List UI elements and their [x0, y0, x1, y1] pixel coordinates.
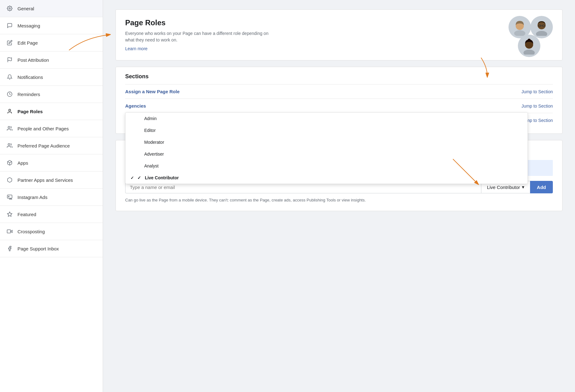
section-link-agencies[interactable]: Agencies [125, 103, 146, 109]
dropdown-item-analyst[interactable]: Analyst [125, 160, 528, 172]
svg-marker-10 [7, 212, 12, 216]
sidebar-item-partner-apps[interactable]: Partner Apps and Services [0, 172, 103, 189]
svg-point-4 [8, 126, 10, 128]
box-icon [6, 159, 13, 166]
sidebar-label-notifications: Notifications [17, 75, 43, 80]
star-icon [6, 211, 13, 218]
camera-icon [6, 194, 13, 201]
facebook-icon [6, 245, 13, 252]
sidebar-item-notifications[interactable]: Notifications [0, 69, 103, 86]
sidebar-label-edit-page: Edit Page [17, 40, 38, 46]
person-icon [6, 108, 13, 115]
people-icon [6, 125, 13, 132]
sidebar-label-general: General [17, 6, 34, 11]
jump-link-agencies[interactable]: Jump to Section [522, 104, 553, 109]
cube-icon [6, 177, 13, 183]
svg-point-8 [8, 196, 9, 197]
sidebar-label-crossposting: Crossposting [17, 229, 45, 234]
svg-point-13 [514, 30, 525, 36]
clock-icon [6, 91, 13, 98]
dropdown-check-live-contributor: ✓ [137, 175, 142, 180]
sidebar-item-featured[interactable]: Featured [0, 206, 103, 223]
section-row-agencies: Agencies Jump to Section [125, 99, 553, 113]
svg-point-5 [8, 143, 10, 145]
sidebar-label-apps: Apps [17, 160, 28, 166]
dropdown-item-moderator[interactable]: Moderator [125, 136, 528, 148]
sidebar-label-featured: Featured [17, 212, 36, 217]
svg-point-22 [528, 39, 531, 42]
gear-icon [6, 5, 13, 12]
avatar-group [500, 16, 553, 60]
sidebar-item-edit-page[interactable]: Edit Page [0, 34, 103, 51]
sidebar-item-apps[interactable]: Apps [0, 154, 103, 172]
sidebar-item-instagram-ads[interactable]: Instagram Ads [0, 189, 103, 206]
dropdown-item-admin[interactable]: Admin [125, 113, 528, 124]
sidebar-label-messaging: Messaging [17, 23, 40, 28]
role-dropdown-menu: Admin Editor Moderator Advertiser Analys… [125, 112, 528, 184]
sidebar-item-people-other-pages[interactable]: People and Other Pages [0, 120, 103, 137]
avatar-3 [518, 35, 540, 57]
svg-point-0 [9, 8, 11, 9]
sidebar-item-crossposting[interactable]: Crossposting [0, 223, 103, 240]
input-row: Live Contributor ▾ Add Admin Editor Mode… [125, 181, 553, 193]
page-roles-title: Page Roles [125, 18, 553, 27]
sections-title: Sections [125, 73, 553, 80]
sidebar-label-people-other-pages: People and Other Pages [17, 126, 69, 131]
svg-point-3 [9, 109, 11, 111]
page-roles-description: Everyone who works on your Page can have… [125, 30, 275, 43]
add-button[interactable]: Add [530, 181, 553, 193]
sidebar-item-post-attribution[interactable]: Post Attribution [0, 51, 103, 69]
sidebar-label-page-roles: Page Roles [17, 109, 43, 114]
learn-more-link[interactable]: Learn more [125, 46, 148, 51]
sidebar-label-post-attribution: Post Attribution [17, 57, 49, 63]
role-select-label: Live Contributor [487, 185, 520, 190]
sidebar-item-page-support-inbox[interactable]: Page Support Inbox [0, 240, 103, 257]
sidebar-label-instagram-ads: Instagram Ads [17, 195, 47, 200]
video-icon [6, 228, 13, 235]
main-content: Page Roles Everyone who works on your Pa… [103, 0, 575, 392]
role-description-text: Can go live as the Page from a mobile de… [125, 197, 553, 203]
sidebar-label-preferred-page-audience: Preferred Page Audience [17, 143, 70, 148]
svg-marker-11 [11, 230, 12, 233]
dropdown-item-advertiser[interactable]: Advertiser [125, 148, 528, 160]
section-link-assign[interactable]: Assign a New Page Role [125, 89, 179, 94]
chevron-down-icon: ▾ [522, 184, 524, 190]
sidebar-label-partner-apps: Partner Apps and Services [17, 177, 73, 183]
svg-rect-12 [7, 230, 11, 233]
jump-link-assign[interactable]: Jump to Section [522, 89, 553, 94]
dropdown-item-editor[interactable]: Editor [125, 124, 528, 136]
audience-icon [6, 142, 13, 149]
sidebar: General Messaging Edit Page Post Attribu… [0, 0, 103, 392]
sidebar-item-reminders[interactable]: Reminders [0, 86, 103, 103]
sidebar-item-preferred-page-audience[interactable]: Preferred Page Audience [0, 137, 103, 154]
sidebar-label-reminders: Reminders [17, 92, 40, 97]
flag-icon [6, 56, 13, 63]
dropdown-item-live-contributor[interactable]: ✓ Live Contributor [125, 172, 528, 184]
avatar-2 [530, 16, 553, 38]
sidebar-item-messaging[interactable]: Messaging [0, 17, 103, 34]
pencil-icon [6, 39, 13, 46]
svg-point-15 [536, 31, 547, 36]
sidebar-item-page-roles[interactable]: Page Roles [0, 103, 103, 120]
page-roles-header-card: Page Roles Everyone who works on your Pa… [115, 9, 563, 60]
assign-block: Assign a New Page Role i You must be fri… [115, 140, 563, 211]
bell-icon [6, 74, 13, 80]
section-row-assign: Assign a New Page Role Jump to Section [125, 84, 553, 99]
message-icon [6, 22, 13, 29]
svg-point-20 [523, 50, 535, 55]
sidebar-label-page-support-inbox: Page Support Inbox [17, 246, 59, 251]
sidebar-item-general[interactable]: General [0, 0, 103, 17]
